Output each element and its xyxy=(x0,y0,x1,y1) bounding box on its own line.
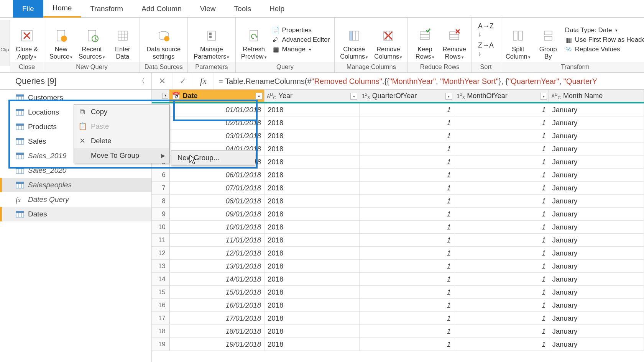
query-item-salespeoples[interactable]: Salespeoples xyxy=(0,178,151,192)
cell-monthname[interactable]: January xyxy=(549,156,644,168)
refresh-preview-button[interactable]: Refresh Preview xyxy=(238,19,270,61)
cell-month[interactable]: 1 xyxy=(454,129,549,142)
cell-quarter[interactable]: 1 xyxy=(360,286,454,298)
cell-month[interactable]: 1 xyxy=(454,156,549,168)
tab-add-column[interactable]: Add Column xyxy=(132,0,191,18)
tab-home[interactable]: Home xyxy=(43,0,81,18)
table-row[interactable]: 1818/01/2018201811January xyxy=(152,325,644,338)
cell-quarter[interactable]: 1 xyxy=(360,103,454,116)
query-item-dates-query[interactable]: fxDates Query xyxy=(0,192,151,207)
cell-monthname[interactable]: January xyxy=(549,234,644,246)
cell-month[interactable]: 1 xyxy=(454,325,549,337)
collapse-queries-icon[interactable]: 〈 xyxy=(138,76,145,86)
cell-quarter[interactable]: 1 xyxy=(360,156,454,168)
column-filter-quarter[interactable]: ▾ xyxy=(445,93,452,100)
cell-month[interactable]: 1 xyxy=(454,247,549,259)
sort-desc-button[interactable]: Z→A ↓ xyxy=(478,41,494,57)
cell-date[interactable]: 18/01/2018 xyxy=(170,325,264,337)
cell-monthname[interactable]: January xyxy=(549,129,644,142)
ctx-delete[interactable]: ✕Delete xyxy=(74,134,169,148)
table-row[interactable]: 707/01/2018201811January xyxy=(152,182,644,195)
data-type-button[interactable]: Data Type: Date▾ xyxy=(565,26,644,34)
cell-quarter[interactable]: 1 xyxy=(360,195,454,207)
tab-tools[interactable]: Tools xyxy=(225,0,260,18)
cell-monthname[interactable]: January xyxy=(549,182,644,194)
cell-year[interactable]: 2018 xyxy=(264,234,359,246)
cell-year[interactable]: 2018 xyxy=(264,286,359,298)
ctx-new-group[interactable]: New Group... xyxy=(171,151,255,165)
table-row[interactable]: 1212/01/2018201811January xyxy=(152,247,644,260)
cell-quarter[interactable]: 1 xyxy=(360,116,454,129)
column-filter-year[interactable]: ▾ xyxy=(350,93,357,100)
advanced-editor-button[interactable]: 🖋Advanced Editor xyxy=(272,36,330,44)
cell-quarter[interactable]: 1 xyxy=(360,299,454,311)
cell-monthname[interactable]: January xyxy=(549,325,644,337)
keep-rows-button[interactable]: Keep Rows xyxy=(410,19,439,61)
cell-date[interactable]: 01/01/2018 xyxy=(170,103,264,116)
cell-monthname[interactable]: January xyxy=(549,208,644,220)
cell-year[interactable]: 2018 xyxy=(264,247,359,259)
cell-year[interactable]: 2018 xyxy=(264,221,359,233)
data-source-settings-button[interactable]: Data source settings xyxy=(142,19,185,61)
cell-quarter[interactable]: 1 xyxy=(360,221,454,233)
cell-year[interactable]: 2018 xyxy=(264,312,359,324)
cell-month[interactable]: 1 xyxy=(454,260,549,272)
cell-month[interactable]: 1 xyxy=(454,221,549,233)
cell-date[interactable]: 07/01/2018 xyxy=(170,182,264,194)
cell-date[interactable]: 08/01/2018 xyxy=(170,195,264,207)
cell-year[interactable]: 2018 xyxy=(264,116,359,129)
tab-file[interactable]: File xyxy=(13,0,43,18)
sort-asc-button[interactable]: A→Z ↓ xyxy=(478,22,494,38)
cell-quarter[interactable]: 1 xyxy=(360,338,454,351)
cell-year[interactable]: 2018 xyxy=(264,156,359,168)
cell-date[interactable]: 17/01/2018 xyxy=(170,312,264,324)
cell-monthname[interactable]: January xyxy=(549,247,644,259)
cell-year[interactable]: 2018 xyxy=(264,325,359,337)
table-row[interactable]: 1313/01/2018201811January xyxy=(152,260,644,273)
properties-button[interactable]: 📄Properties xyxy=(272,26,330,34)
cell-date[interactable]: 06/01/2018 xyxy=(170,169,264,181)
table-row[interactable]: 1717/01/2018201811January xyxy=(152,312,644,325)
cell-year[interactable]: 2018 xyxy=(264,169,359,181)
cell-monthname[interactable]: January xyxy=(549,116,644,129)
cell-month[interactable]: 1 xyxy=(454,299,549,311)
enter-data-button[interactable]: Enter Data xyxy=(108,19,137,61)
cell-quarter[interactable]: 1 xyxy=(360,312,454,324)
row-header-corner[interactable]: ▾ xyxy=(152,90,169,102)
cell-date[interactable]: 13/01/2018 xyxy=(170,260,264,272)
cell-quarter[interactable]: 1 xyxy=(360,182,454,194)
ctx-copy[interactable]: ⧉Copy xyxy=(74,105,169,119)
manage-button[interactable]: ▦Manage▾ xyxy=(272,46,330,53)
cell-quarter[interactable]: 1 xyxy=(360,234,454,246)
cell-date[interactable]: 10/01/2018 xyxy=(170,221,264,233)
cell-year[interactable]: 2018 xyxy=(264,143,359,155)
table-row[interactable]: 1010/01/2018201811January xyxy=(152,221,644,234)
cell-monthname[interactable]: January xyxy=(549,312,644,324)
cell-quarter[interactable]: 1 xyxy=(360,260,454,272)
table-row[interactable]: 1515/01/2018201811January xyxy=(152,286,644,299)
use-first-row-button[interactable]: ▦Use First Row as Heade xyxy=(565,36,644,44)
table-row[interactable]: 1616/01/2018201811January xyxy=(152,299,644,312)
cell-monthname[interactable]: January xyxy=(549,260,644,272)
tab-view[interactable]: View xyxy=(191,0,225,18)
cell-year[interactable]: 2018 xyxy=(264,208,359,220)
column-filter-month[interactable]: ▾ xyxy=(540,93,547,100)
cell-year[interactable]: 2018 xyxy=(264,338,359,351)
cell-month[interactable]: 1 xyxy=(454,208,549,220)
replace-values-button[interactable]: ½Replace Values xyxy=(565,46,644,53)
column-header-quarter[interactable]: 123 QuarterOfYear ▾ xyxy=(359,90,454,102)
cell-year[interactable]: 2018 xyxy=(264,299,359,311)
recent-sources-button[interactable]: Recent Sources xyxy=(76,19,108,61)
cell-year[interactable]: 2018 xyxy=(264,260,359,272)
column-filter-date[interactable]: ▾ xyxy=(256,93,263,100)
cell-month[interactable]: 1 xyxy=(454,234,549,246)
choose-columns-button[interactable]: Choose Columns xyxy=(337,19,371,61)
remove-columns-button[interactable]: Remove Columns xyxy=(371,19,405,61)
group-by-button[interactable]: Group By xyxy=(534,19,563,61)
tab-help[interactable]: Help xyxy=(260,0,294,18)
cell-year[interactable]: 2018 xyxy=(264,129,359,142)
table-row[interactable]: 303/01/2018201811January xyxy=(152,129,644,143)
cell-monthname[interactable]: January xyxy=(549,195,644,207)
remove-rows-button[interactable]: Remove Rows xyxy=(439,19,469,61)
cell-date[interactable]: 11/01/2018 xyxy=(170,234,264,246)
